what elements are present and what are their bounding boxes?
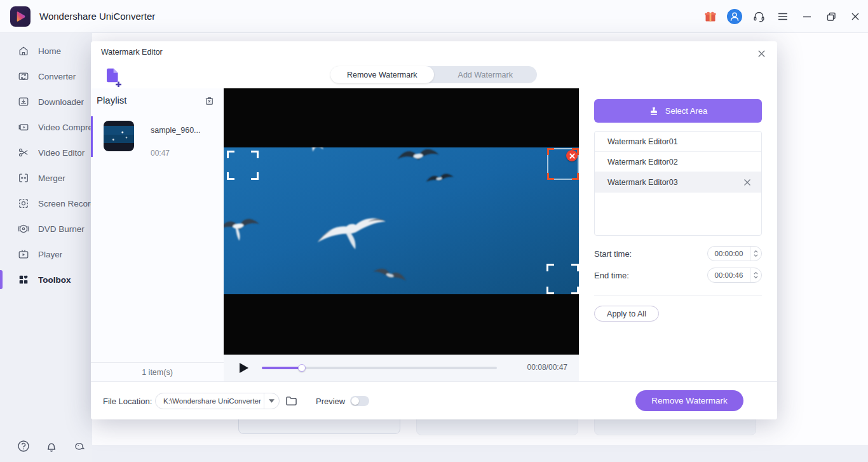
sidebar-item-screen-recorder[interactable]: Screen Record [0, 191, 92, 216]
playlist-item-name: sample_960... [151, 126, 201, 135]
preview-toggle[interactable] [350, 396, 369, 406]
add-file-icon[interactable] [104, 68, 122, 87]
progress-bar[interactable] [262, 367, 497, 369]
playlist-panel: Playlist sample_960... 00:47 1 item(s) [91, 88, 224, 381]
feedback-icon[interactable] [71, 438, 88, 454]
file-location-dropdown[interactable]: K:\Wondershare UniConverter [155, 393, 280, 409]
player-icon [18, 248, 29, 260]
end-time-value[interactable]: 00:00:46 [708, 271, 750, 279]
start-time-label: Start time: [594, 249, 632, 259]
uniconverter-logo-icon [13, 9, 28, 24]
video-preview [224, 88, 579, 355]
sidebar-item-merger[interactable]: Merger [0, 165, 92, 191]
sidebar-item-label: Video Editor [38, 148, 85, 158]
toolbox-icon [18, 274, 29, 285]
window-title: Wondershare UniConverter [39, 11, 155, 22]
app-logo [10, 6, 31, 27]
video-compressor-icon [18, 121, 29, 133]
minimize-icon[interactable] [799, 9, 815, 24]
tab-remove-watermark[interactable]: Remove Watermark [330, 66, 434, 83]
end-time-input[interactable]: 00:00:46 [707, 268, 762, 283]
watermark-list-item-1[interactable]: Watermark Editor01 [595, 132, 761, 152]
sidebar-item-video-compressor[interactable]: Video Compre [0, 114, 92, 140]
video-editor-icon [18, 147, 29, 158]
sidebar-item-toolbox[interactable]: Toolbox [0, 267, 92, 292]
watermark-list-item-3[interactable]: Watermark Editor03 [595, 172, 761, 193]
dialog-title: Watermark Editor [101, 48, 163, 57]
converter-icon [18, 71, 29, 82]
stamp-icon [649, 106, 659, 116]
screen-recorder-icon [18, 198, 29, 209]
sidebar-item-label: Converter [38, 72, 76, 81]
end-time-row: End time: 00:00:46 [594, 268, 762, 283]
watermark-item-label: Watermark Editor01 [607, 137, 678, 146]
file-location-label: File Location: [103, 397, 152, 406]
titlebar: Wondershare UniConverter [0, 0, 868, 33]
end-time-label: End time: [594, 271, 629, 280]
close-icon[interactable] [848, 9, 863, 24]
watermark-list-item-2[interactable]: Watermark Editor02 [595, 152, 761, 172]
dropdown-arrow-icon[interactable] [264, 393, 279, 409]
delete-item-icon[interactable] [204, 95, 215, 109]
start-time-spinner[interactable] [750, 247, 761, 261]
sidebar-item-video-editor[interactable]: Video Editor [0, 140, 92, 165]
sidebar-item-label: Player [38, 250, 62, 259]
support-headset-icon[interactable] [751, 9, 766, 24]
status-icons [15, 438, 88, 454]
playlist-item-duration: 00:47 [151, 149, 170, 158]
remove-watermark-button[interactable]: Remove Watermark [635, 390, 743, 411]
watermark-selection-box-2-active[interactable] [547, 148, 579, 180]
merger-icon [18, 172, 29, 184]
sidebar-item-converter[interactable]: Converter [0, 64, 92, 89]
sidebar-item-label: Video Compre [38, 123, 92, 132]
preview-label: Preview [316, 397, 345, 406]
video-thumbnail [104, 121, 134, 151]
downloader-icon [18, 96, 29, 107]
home-icon [18, 45, 29, 57]
notifications-icon[interactable] [43, 438, 60, 454]
sidebar-item-label: Merger [38, 173, 65, 183]
help-icon[interactable] [15, 438, 32, 454]
sidebar-item-home[interactable]: Home [0, 38, 92, 64]
sidebar-item-label: Toolbox [38, 275, 71, 285]
watermark-list: Watermark Editor01 Watermark Editor02 Wa… [594, 131, 762, 236]
dialog-footer: File Location: K:\Wondershare UniConvert… [91, 381, 777, 419]
video-frame [224, 147, 579, 294]
maximize-icon[interactable] [824, 9, 839, 24]
toggle-knob [351, 397, 359, 405]
open-folder-icon[interactable] [285, 395, 297, 409]
watermark-selection-box-3[interactable] [546, 264, 579, 294]
sidebar-item-dvd-burner[interactable]: DVD Burner [0, 216, 92, 241]
menu-icon[interactable] [775, 9, 790, 24]
playlist-item[interactable]: sample_960... 00:47 [91, 116, 224, 157]
file-location-value: K:\Wondershare UniConverter [156, 397, 264, 405]
player-time: 00:08/00:47 [527, 363, 567, 372]
start-time-value[interactable]: 00:00:00 [708, 250, 750, 257]
playlist-count: 1 item(s) [91, 362, 224, 381]
playlist-title: Playlist [97, 95, 127, 105]
start-time-input[interactable]: 00:00:00 [707, 246, 762, 261]
user-avatar-icon[interactable] [727, 9, 742, 24]
watermark-close-icon[interactable] [566, 150, 578, 161]
gift-icon[interactable] [703, 9, 718, 24]
remove-list-item-icon[interactable] [742, 177, 752, 187]
watermark-item-label: Watermark Editor03 [607, 178, 678, 187]
app-window: Wondershare UniConverter [0, 0, 868, 462]
sidebar-item-label: Downloader [38, 97, 84, 107]
watermark-tabs: Remove Watermark Add Watermark [330, 66, 537, 83]
select-area-label: Select Area [665, 106, 708, 116]
sidebar-item-downloader[interactable]: Downloader [0, 89, 92, 114]
apply-to-all-button[interactable]: Apply to All [594, 306, 659, 322]
sidebar-item-label: Home [38, 46, 61, 56]
tab-add-watermark[interactable]: Add Watermark [434, 66, 538, 83]
sidebar-item-player[interactable]: Player [0, 241, 92, 267]
sidebar-item-label: Screen Record [38, 199, 92, 208]
dialog-close-icon[interactable] [753, 45, 770, 62]
progress-thumb[interactable] [298, 364, 306, 372]
birds-illustration [224, 147, 579, 294]
play-icon[interactable] [236, 361, 250, 375]
select-area-button[interactable]: Select Area [594, 99, 762, 123]
dvd-burner-icon [18, 223, 29, 234]
watermark-selection-box-1[interactable] [227, 151, 259, 180]
end-time-spinner[interactable] [750, 268, 761, 282]
